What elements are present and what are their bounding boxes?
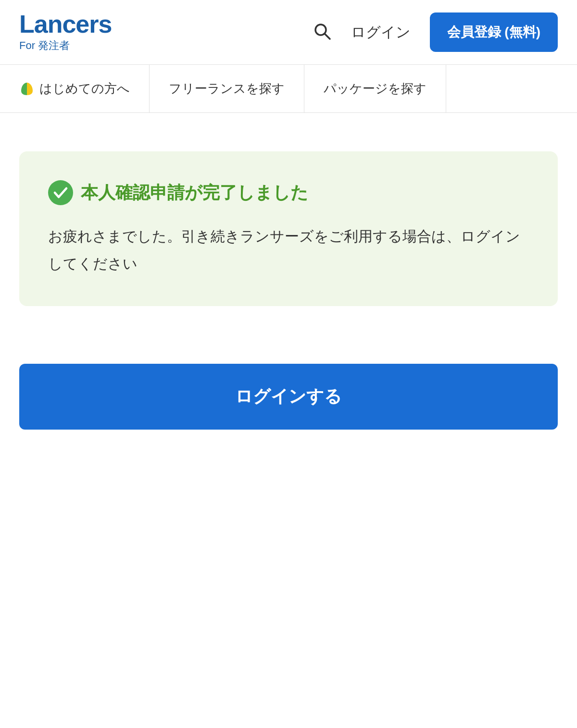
search-icon <box>313 22 332 41</box>
login-button-wrap: ログインする <box>0 364 577 430</box>
svg-line-1 <box>325 34 330 39</box>
logo-sub: For 発注者 <box>19 38 70 53</box>
success-title-row: 本人確認申請が完了しました <box>48 180 529 205</box>
register-button[interactable]: 会員登録 (無料) <box>430 12 558 52</box>
login-button[interactable]: ログインする <box>19 364 558 430</box>
logo-area: Lancers For 発注者 <box>19 12 112 53</box>
logo-main: Lancers <box>19 12 112 37</box>
leaf-icon <box>19 81 35 97</box>
nav-bar: はじめての方へ フリーランスを探す パッケージを探す <box>0 65 577 113</box>
header-right: ログイン 会員登録 (無料) <box>313 12 558 52</box>
nav-beginners-label: はじめての方へ <box>39 80 130 97</box>
nav-item-beginners[interactable]: はじめての方へ <box>19 65 150 112</box>
success-title-text: 本人確認申請が完了しました <box>81 181 308 205</box>
main-content: 本人確認申請が完了しました お疲れさまでした。引き続きランサーズをご利用する場合… <box>0 113 577 364</box>
login-link[interactable]: ログイン <box>351 23 411 42</box>
check-circle-icon <box>48 180 73 205</box>
nav-freelance-label: フリーランスを探す <box>169 80 285 97</box>
svg-point-3 <box>48 180 73 205</box>
nav-package-label: パッケージを探す <box>324 80 426 97</box>
search-button[interactable] <box>313 22 332 43</box>
header: Lancers For 発注者 ログイン 会員登録 (無料) <box>0 0 577 65</box>
success-card: 本人確認申請が完了しました お疲れさまでした。引き続きランサーズをご利用する場合… <box>19 151 558 306</box>
nav-item-package[interactable]: パッケージを探す <box>304 65 446 112</box>
success-body-text: お疲れさまでした。引き続きランサーズをご利用する場合は、ログインしてください <box>48 222 529 277</box>
nav-item-freelance[interactable]: フリーランスを探す <box>150 65 304 112</box>
